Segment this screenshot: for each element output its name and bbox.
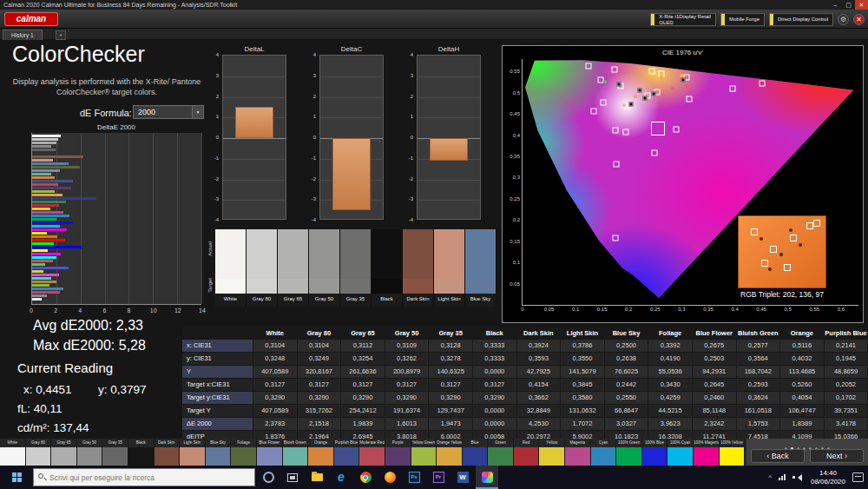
- source-button[interactable]: Mobile Forge: [720, 13, 765, 26]
- add-tab-button[interactable]: +: [56, 30, 66, 40]
- table-cell: 168,7042: [737, 366, 781, 378]
- patch-chip[interactable]: 100% Yellow: [720, 439, 746, 466]
- maximize-button[interactable]: ▢: [842, 0, 855, 10]
- patch-chip[interactable]: Moderate Red: [359, 439, 385, 466]
- patch-chip[interactable]: Magenta: [565, 439, 591, 466]
- de-formula-dropdown[interactable]: 2000 ▼: [133, 105, 204, 119]
- axis-tick-label: 3: [216, 73, 219, 78]
- disconnect-icon[interactable]: ✕: [853, 14, 865, 25]
- next-button[interactable]: Next ›: [810, 449, 864, 463]
- patch-chip-label: Gray 50: [77, 439, 102, 447]
- patch-chip[interactable]: Purplish Blue: [334, 439, 360, 466]
- measured-marker: [638, 89, 642, 93]
- task-view-button[interactable]: [281, 466, 304, 489]
- edge-icon: e: [338, 472, 345, 483]
- file-explorer-button[interactable]: [306, 466, 328, 489]
- patch-chip[interactable]: Gray 80: [26, 439, 52, 466]
- patch-chip[interactable]: Dark Skin: [155, 439, 181, 466]
- display-control-button[interactable]: Direct Display Control: [769, 13, 833, 26]
- patch-chip[interactable]: Blue: [463, 439, 489, 466]
- table-cell: 0,3104: [298, 340, 342, 352]
- start-button[interactable]: [0, 466, 33, 489]
- tab-history-1[interactable]: History 1: [3, 30, 43, 40]
- patch-chip[interactable]: Gray 35: [102, 439, 128, 466]
- table-row: Target y:CIE310,32900,32900,32900,32900,…: [182, 392, 868, 404]
- swatch-label: Black: [372, 294, 402, 307]
- close-button[interactable]: ✕: [855, 0, 868, 10]
- cortana-button[interactable]: [257, 466, 279, 489]
- actual-swatch: [372, 229, 402, 279]
- table-cell: 0,3593: [517, 353, 562, 365]
- inset-dot-marker: [768, 268, 772, 271]
- premiere-button[interactable]: Pr: [427, 466, 450, 489]
- folder-icon: [312, 473, 323, 481]
- taskbar-search[interactable]: [33, 468, 255, 486]
- patch-chip[interactable]: Bluish Green: [283, 439, 309, 466]
- patch-chip[interactable]: Foliage: [231, 439, 257, 466]
- patch-chip[interactable]: White: [0, 439, 26, 466]
- table-cell: 0,3290: [298, 392, 342, 404]
- firefox-button[interactable]: [378, 466, 401, 489]
- inset-target-marker: [761, 260, 768, 267]
- patch-chip[interactable]: Purple: [385, 439, 411, 466]
- photoshop-button[interactable]: Ps: [403, 466, 425, 489]
- table-cell: 85,1148: [693, 405, 737, 417]
- table-cell: 0,2442: [605, 379, 649, 391]
- table-cell: 1,8389: [780, 418, 825, 430]
- delta-bar: [332, 138, 371, 210]
- word-button[interactable]: W: [451, 466, 474, 489]
- minimize-button[interactable]: –: [829, 0, 842, 10]
- patch-chip[interactable]: Yellow Green: [411, 439, 437, 466]
- network-icon[interactable]: [779, 474, 786, 480]
- measured-marker: [643, 96, 648, 100]
- calman-taskbar-button[interactable]: [476, 466, 498, 489]
- back-button[interactable]: ‹ Back: [751, 449, 805, 463]
- patch-chip[interactable]: Gray 50: [77, 439, 103, 466]
- table-cell: 254,2412: [341, 405, 385, 417]
- patch-chip[interactable]: Blue Sky: [206, 439, 232, 466]
- patch-chip[interactable]: Green: [488, 439, 514, 466]
- meter-button[interactable]: X-Rite i1Display Retail OLED: [650, 13, 716, 26]
- taskbar-clock[interactable]: 14:40 08/06/2020: [811, 469, 845, 486]
- reading-cdm2: cd/m²: 137,44: [17, 421, 89, 434]
- patch-chip[interactable]: Yellow: [539, 439, 565, 466]
- chrome-button[interactable]: [354, 466, 377, 489]
- inset-target-marker: [784, 264, 791, 271]
- patch-chip-label: Purplish Blue: [334, 439, 359, 447]
- patch-chip[interactable]: 100% Green: [616, 439, 642, 466]
- table-cell: 0,3290: [429, 392, 473, 404]
- table-cell: 0,3127: [298, 379, 342, 391]
- table-cell: 0,4032: [780, 353, 825, 365]
- tray-expand-caret[interactable]: ^: [768, 473, 772, 481]
- patch-chip[interactable]: Blue Flower: [257, 439, 283, 466]
- patch-chip[interactable]: 100% Magenta: [694, 439, 720, 466]
- axis-tick-label: 1: [411, 114, 413, 119]
- patch-chip[interactable]: Red: [514, 439, 540, 466]
- patch-chip[interactable]: Black: [128, 439, 155, 466]
- point-marker: [680, 74, 683, 77]
- gridline: [418, 117, 480, 118]
- swatch-column: White: [215, 229, 247, 307]
- cie-chart-panel: CIE 1976 u'v' RGB Triplet: 202, 136, 97 …: [502, 45, 864, 323]
- patch-chip[interactable]: 100% Blue: [642, 439, 668, 466]
- patch-chip[interactable]: Orange Yellow: [437, 439, 463, 466]
- gridline: [201, 133, 202, 304]
- gear-icon[interactable]: ⚙: [838, 14, 849, 25]
- patch-chip[interactable]: Light Skin: [180, 439, 206, 466]
- patch-chip-color: [128, 447, 154, 466]
- patch-chip[interactable]: Cyan: [591, 439, 617, 466]
- cortana-icon: [263, 472, 274, 483]
- patch-chip[interactable]: 100% Cyan: [667, 439, 694, 466]
- patch-chip[interactable]: Orange: [308, 439, 334, 466]
- volume-icon[interactable]: [792, 474, 800, 481]
- notification-center-icon[interactable]: [852, 472, 864, 482]
- axis-tick-label: 0,05: [504, 281, 520, 287]
- patch-chip-label: 100% Blue: [642, 439, 667, 447]
- search-input[interactable]: [49, 473, 232, 482]
- edge-button[interactable]: e: [330, 466, 352, 489]
- clock-date: 08/06/2020: [811, 478, 845, 486]
- deltae-bar: [32, 274, 59, 276]
- swatch-comparison-strip: WhiteGray 80Gray 65Gray 50Gray 35BlackDa…: [215, 229, 496, 307]
- chart-y-axis: 43210-1-2-3-4: [403, 55, 415, 220]
- patch-chip[interactable]: Gray 65: [51, 439, 77, 466]
